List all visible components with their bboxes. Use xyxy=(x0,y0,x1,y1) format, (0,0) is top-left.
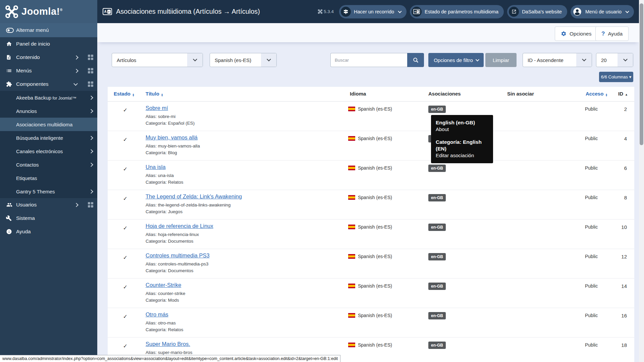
sidebar-item-busqueda-inteligente[interactable]: Búsqueda inteligente xyxy=(0,131,97,144)
association-badge[interactable]: en-GB xyxy=(428,342,446,349)
title-cell: The Legend of Zelda: Link's Awakening Al… xyxy=(146,193,343,214)
article-title-link[interactable]: Hoja de referencia de Linux xyxy=(146,223,213,229)
spain-flag-icon xyxy=(348,166,355,170)
published-check-icon[interactable]: ✓ xyxy=(118,136,133,143)
clear-button[interactable]: Limpiar xyxy=(485,53,517,67)
sort-select[interactable]: ID - Ascendente xyxy=(523,53,592,67)
sidebar-item-label: Sistema xyxy=(16,215,35,221)
tooltip-item: About xyxy=(436,126,488,133)
sidebar-item-label: Alternar menú xyxy=(16,27,49,33)
sidebar-item-menus[interactable]: Menús xyxy=(0,64,97,77)
published-check-icon[interactable]: ✓ xyxy=(118,254,133,261)
sin-asociar-header: Sin asociar xyxy=(507,91,534,97)
grid-icon[interactable] xyxy=(88,55,93,60)
search-input[interactable] xyxy=(330,53,407,67)
association-badge[interactable]: en-GB xyxy=(428,224,446,231)
association-badge[interactable]: en-GB xyxy=(428,194,446,201)
published-check-icon[interactable]: ✓ xyxy=(118,166,133,172)
chevron-down-icon xyxy=(73,81,78,86)
row-id: 12 xyxy=(621,254,627,259)
chevron-right-icon xyxy=(74,203,78,207)
article-title-link[interactable]: Sobre mí xyxy=(146,105,168,111)
language-cell: Spanish (es-ES) xyxy=(348,254,392,259)
columns-toggle-button[interactable]: 6/6 Columnas ▾ xyxy=(599,72,633,82)
published-check-icon[interactable]: ✓ xyxy=(118,284,133,290)
scrollbar-thumb[interactable] xyxy=(640,3,643,145)
grid-icon[interactable] xyxy=(88,68,93,73)
language-select[interactable]: Spanish (es-ES) xyxy=(210,53,277,67)
sidebar-item-canales-electronicos[interactable]: Canales electrónicos xyxy=(0,144,97,158)
title-cell: Counter-Strike Alias: counter-strike Cat… xyxy=(146,282,343,303)
associations-cell: en-GB xyxy=(428,342,446,348)
access-level: Public xyxy=(585,283,598,289)
sidebar-item-panel-de-inicio[interactable]: Panel de inicio xyxy=(0,37,97,51)
sidebar-item-alternar-menu[interactable]: Alternar menú xyxy=(0,23,97,37)
associations-table: Estado▲▼ Título▲▼ Idioma Asociaciones Si… xyxy=(108,87,634,362)
published-check-icon[interactable]: ✓ xyxy=(118,195,133,202)
sidebar-item-ayuda[interactable]: Ayuda xyxy=(0,225,97,238)
puzzle-icon xyxy=(6,81,16,87)
sort-icon: ▲▼ xyxy=(605,93,607,97)
published-check-icon[interactable]: ✓ xyxy=(118,343,133,349)
filter-options-button[interactable]: Opciones de filtro xyxy=(428,53,484,67)
search-button[interactable] xyxy=(407,53,424,67)
article-title-link[interactable]: The Legend of Zelda: Link's Awakening xyxy=(146,193,242,199)
page-scrollbar[interactable] xyxy=(639,0,644,362)
sidebar-item-gantry-5-themes[interactable]: Gantry 5 Themes xyxy=(0,185,97,198)
site-preview-button[interactable]: DaSalba's website xyxy=(507,5,567,18)
sidebar-item-componentes[interactable]: Componentes xyxy=(0,77,97,91)
association-badge[interactable]: en-GB xyxy=(428,312,446,319)
question-mark-icon: ? xyxy=(601,31,605,37)
grid-icon[interactable] xyxy=(88,81,93,87)
chevron-right-icon xyxy=(89,109,93,113)
association-badge[interactable]: en-GB xyxy=(428,253,446,260)
sidebar-item-contenido[interactable]: Contenido xyxy=(0,51,97,64)
version-label: 5.3.4 xyxy=(318,9,334,14)
sort-acceso-header[interactable]: Acceso▲▼ xyxy=(586,91,607,97)
grid-icon[interactable] xyxy=(88,202,93,207)
article-title-link[interactable]: Muy bien, vamos allá xyxy=(146,134,198,140)
user-icon xyxy=(572,7,582,17)
user-menu-button[interactable]: Menú de usuario xyxy=(571,5,634,18)
limit-select[interactable]: 20 xyxy=(596,53,633,67)
multilingual-status-button[interactable]: Az Estado de parámetros multiidioma xyxy=(410,5,504,18)
help-button[interactable]: ? Ayuda xyxy=(595,26,629,41)
published-check-icon[interactable]: ✓ xyxy=(118,107,133,113)
associations-cell: en-GB xyxy=(428,224,446,230)
sidebar-item-akeeba-backup[interactable]: Akeeba Backup for Joomla!™ xyxy=(0,91,97,104)
language-cell: Spanish (es-ES) xyxy=(348,224,392,230)
external-link-icon xyxy=(509,7,519,17)
article-title-link[interactable]: Otro más xyxy=(146,311,168,317)
sidebar-item-usuarios[interactable]: Usuarios xyxy=(0,198,97,212)
take-tour-button[interactable]: Hacer un recorrido xyxy=(339,5,407,18)
table-body: ✓ Sobre mí Alias: sobre-mi Categoría: Es… xyxy=(108,102,634,362)
association-badge[interactable]: en-GB xyxy=(428,106,446,113)
itemtype-select[interactable]: Artículos xyxy=(112,53,203,67)
sort-id-header[interactable]: ID▲ xyxy=(618,91,628,97)
row-id: 10 xyxy=(621,224,627,230)
sort-estado-header[interactable]: Estado▲▼ xyxy=(114,91,135,97)
sidebar-item-label: Akeeba Backup for Joomla!™ xyxy=(16,95,76,101)
article-title-link[interactable]: Controles multimedia PS3 xyxy=(146,252,210,258)
published-check-icon[interactable]: ✓ xyxy=(118,313,133,320)
sidebar-item-label: Contactos xyxy=(16,162,39,168)
published-check-icon[interactable]: ✓ xyxy=(118,225,133,231)
sidebar-item-asociaciones-multiidioma[interactable]: Asociaciones multiidioma xyxy=(0,118,97,131)
options-button[interactable]: Opciones xyxy=(555,26,597,41)
chevron-right-icon xyxy=(74,69,78,73)
sidebar-item-sistema[interactable]: Sistema xyxy=(0,212,97,225)
sort-titulo-header[interactable]: Título▲▼ xyxy=(146,91,163,97)
table-row: ✓ Sobre mí Alias: sobre-mi Categoría: Es… xyxy=(108,102,634,131)
sidebar-item-etiquetas[interactable]: Etiquetas xyxy=(0,171,97,185)
link-preview-statusbar: www.dasalba.com/administrator/index.php?… xyxy=(0,355,340,362)
article-title-link[interactable]: Una isla xyxy=(146,164,166,170)
home-icon xyxy=(6,41,16,47)
sidebar-item-anuncios[interactable]: Anuncios xyxy=(0,104,97,118)
sidebar-item-contactos[interactable]: Contactos xyxy=(0,158,97,171)
language-cell: Spanish (es-ES) xyxy=(348,195,392,200)
article-title-link[interactable]: Super Mario Bros. xyxy=(146,341,190,347)
association-badge[interactable]: en-GB xyxy=(428,165,446,172)
association-badge[interactable]: en-GB xyxy=(428,283,446,290)
article-title-link[interactable]: Counter-Strike xyxy=(146,282,181,288)
sidebar-item-label: Búsqueda inteligente xyxy=(16,135,63,141)
